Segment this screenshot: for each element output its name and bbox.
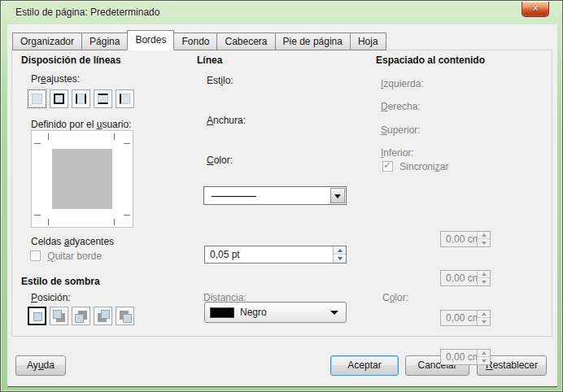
spacing-right-spinbox: 0,00 cm [440, 270, 491, 286]
corner-mark [34, 143, 41, 144]
synchronize-checkbox: ✓ [382, 161, 393, 172]
chevron-down-icon [330, 311, 338, 315]
shadow-position-label: Posición: [31, 292, 71, 303]
spin-up-button [478, 350, 490, 357]
shadow-top-right-icon[interactable] [72, 307, 90, 325]
tab-fondo[interactable]: Fondo [173, 33, 217, 50]
tab-strip: Organizador Página Bordes Fondo Cabecera… [12, 30, 386, 50]
spin-down-button [478, 278, 490, 285]
spacing-top-label: Superior: [381, 124, 421, 136]
shadow-color-label: Color: [382, 292, 408, 303]
adjacent-cells-label: Celdas adyacentes [31, 236, 114, 247]
dialog-client-area: Organizador Página Bordes Fondo Cabecera… [7, 24, 557, 386]
spinner [333, 246, 346, 263]
line-style-dropdown-button[interactable] [330, 188, 345, 203]
shadow-square [123, 314, 132, 323]
spin-down-button [478, 318, 490, 325]
shadow-square [53, 310, 62, 319]
preset-left-only-icon[interactable] [116, 89, 134, 108]
ok-button[interactable]: Aceptar [330, 355, 399, 376]
remove-border-row: Quitar borde [30, 250, 102, 262]
tab-organizador[interactable]: Organizador [12, 33, 82, 50]
shadow-distance-label: Distancia: [203, 292, 247, 303]
border-preview-square [52, 149, 112, 209]
corner-mark [124, 143, 130, 144]
shadow-bottom-right-icon[interactable] [50, 307, 68, 325]
preset-no-border-icon[interactable] [28, 89, 46, 108]
corner-mark [34, 215, 41, 216]
line-color-dropdown[interactable]: Negro [204, 302, 347, 323]
spacing-left-value: 0,00 cm [446, 233, 481, 245]
spacing-left-spinbox: 0,00 cm [440, 231, 491, 247]
spin-down-button[interactable] [334, 255, 346, 263]
line-color-label: Color: [207, 155, 233, 166]
spacing-top-value: 0,00 cm [446, 312, 481, 324]
tab-cabecera[interactable]: Cabecera [216, 33, 275, 50]
tab-pagina[interactable]: Página [81, 33, 128, 50]
help-button[interactable]: Ayuda [15, 355, 66, 376]
preset-top-bottom-icon[interactable] [94, 89, 112, 108]
line-color-swatch [210, 307, 234, 318]
chevron-down-icon [334, 194, 341, 198]
preset-box-icon[interactable] [50, 89, 68, 108]
shadow-bottom-left-icon[interactable] [94, 307, 112, 325]
synchronize-row: ✓ Sincronizar [382, 161, 448, 172]
spacing-left-label: Izquierda: [381, 78, 424, 89]
shadow-square [33, 312, 42, 321]
close-icon: ✕ [522, 2, 548, 15]
preset-square [98, 94, 108, 104]
line-style-sample [212, 196, 256, 197]
tab-bordes[interactable]: Bordes [127, 30, 174, 50]
spacing-top-spinbox: 0,00 cm [440, 310, 491, 326]
close-button[interactable]: ✕ [522, 2, 549, 17]
dialog-window: Estilo de página: Predeterminado ✕ Organ… [0, 0, 563, 392]
remove-border-label: Quitar borde [47, 250, 102, 262]
tab-hoja[interactable]: Hoja [350, 33, 386, 50]
presets-label: Preajustes: [31, 73, 80, 85]
line-width-value: 0,05 pt [210, 249, 240, 260]
remove-border-checkbox [30, 250, 41, 261]
spin-up-button [478, 271, 490, 278]
borders-tab-page: Disposición de líneas Preajustes: Defini… [11, 50, 552, 337]
preset-square [120, 94, 130, 104]
line-style-combobox[interactable] [203, 186, 347, 205]
tab-pie-de-pagina[interactable]: Pie de página [275, 33, 351, 50]
spacing-bottom-label: Inferior: [381, 147, 414, 159]
line-width-spinbox[interactable]: 0,05 pt [204, 246, 347, 264]
line-color-value: Negro [240, 307, 267, 318]
shadow-none-icon[interactable] [28, 307, 46, 325]
line-style-label: Estilo: [207, 75, 233, 86]
spacing-bottom-value: 0,00 cm [446, 351, 481, 363]
spin-down-button [478, 239, 490, 246]
shadow-square [75, 314, 84, 323]
spacing-right-value: 0,00 cm [446, 272, 481, 284]
shadow-square [101, 310, 110, 319]
titlebar[interactable]: Estilo de página: Predeterminado ✕ [1, 1, 562, 24]
line-arrangement-heading: Disposición de líneas [21, 54, 121, 66]
spinner [477, 350, 490, 364]
spin-up-button [478, 232, 490, 239]
spinner [477, 232, 490, 246]
corner-mark [48, 219, 49, 225]
spacing-right-label: Derecha: [381, 101, 421, 112]
user-defined-border-widget[interactable] [31, 130, 133, 228]
check-icon: ✓ [383, 159, 391, 171]
preset-left-right-icon[interactable] [72, 89, 90, 108]
preset-square [76, 94, 86, 104]
spin-up-button[interactable] [334, 246, 346, 255]
preset-square [32, 94, 42, 104]
user-defined-label: Definido por el usuario: [31, 119, 131, 130]
spinner [477, 311, 490, 325]
preset-square [54, 94, 64, 104]
spacing-heading: Espaciado al contenido [376, 54, 485, 66]
line-width-label: Anchura: [207, 115, 246, 126]
corner-mark [48, 133, 49, 140]
spinner [477, 271, 490, 285]
shadow-heading: Estilo de sombra [21, 276, 100, 287]
synchronize-label: Sincronizar [399, 161, 448, 172]
spin-down-button [478, 357, 490, 364]
window-title: Estilo de página: Predeterminado [15, 7, 159, 18]
corner-mark [114, 219, 115, 225]
shadow-top-left-icon[interactable] [116, 307, 134, 325]
spacing-bottom-spinbox: 0,00 cm [440, 349, 491, 365]
